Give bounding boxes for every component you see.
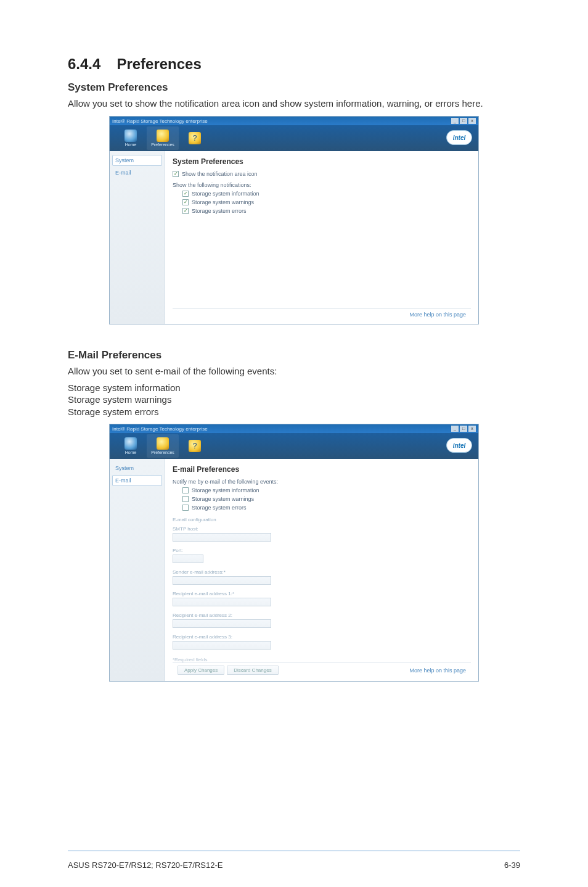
tab-preferences[interactable]: Preferences <box>147 126 179 150</box>
window-title: Intel® Rapid Storage Technology enterpri… <box>112 426 208 432</box>
intel-logo: intel <box>446 130 472 145</box>
tab-preferences[interactable]: Preferences <box>147 434 179 458</box>
event-line-2: Storage system warnings <box>68 394 520 406</box>
window-buttons: _ □ x <box>451 118 476 124</box>
pane-title: E-mail Preferences <box>173 465 471 474</box>
checkbox-show-icon[interactable]: Show the notification area icon <box>173 171 471 177</box>
email-preferences-heading: E-Mail Preferences <box>68 349 520 361</box>
checkbox-icon <box>182 496 189 502</box>
field-label: SMTP host: <box>173 526 471 532</box>
help-icon: ? <box>189 440 201 452</box>
checkbox-errors[interactable]: Storage system errors <box>182 505 471 511</box>
maximize-button[interactable]: □ <box>460 118 467 124</box>
app-body: System E-mail System Preferences Show th… <box>110 151 478 324</box>
minimize-button[interactable]: _ <box>451 426 459 432</box>
checkbox-info[interactable]: Storage system information <box>182 487 471 493</box>
sender-input[interactable] <box>173 576 271 585</box>
close-button[interactable]: x <box>468 118 476 124</box>
event-line-1: Storage system information <box>68 382 520 394</box>
system-preferences-description: Allow you set to show the notification a… <box>68 97 520 110</box>
checkbox-warnings[interactable]: Storage system warnings <box>182 496 471 502</box>
tab-preferences-label: Preferences <box>151 142 174 147</box>
checkbox-label: Storage system warnings <box>192 199 254 205</box>
section-heading: 6.4.4Preferences <box>68 56 520 73</box>
checkbox-warnings[interactable]: Storage system warnings <box>182 199 471 205</box>
sidebar-item-system[interactable]: System <box>112 463 162 474</box>
sidebar-item-label: System <box>115 465 134 471</box>
event-line-3: Storage system errors <box>68 406 520 418</box>
window-buttons: _ □ x <box>451 426 476 432</box>
field-recipient-1: Recipient e-mail address 1:* <box>173 591 471 606</box>
tab-help[interactable]: ? <box>179 434 211 458</box>
sidebar: System E-mail <box>110 459 165 681</box>
system-preferences-heading: System Preferences <box>68 81 520 94</box>
recipient3-input[interactable] <box>173 641 271 650</box>
footer-page-number: 6-39 <box>504 860 520 870</box>
footer-product: ASUS RS720-E7/RS12; RS720-E7/RS12-E <box>68 860 223 870</box>
checkbox-label: Storage system information <box>192 487 259 493</box>
home-icon <box>125 130 137 142</box>
screenshot-email-preferences: Intel® Rapid Storage Technology enterpri… <box>68 424 520 682</box>
toolbar: Home Preferences ? intel <box>110 433 478 459</box>
sidebar: System E-mail <box>110 151 165 324</box>
checkbox-icon <box>182 208 189 214</box>
sidebar-item-label: E-mail <box>115 477 131 484</box>
sidebar-item-email[interactable]: E-mail <box>112 475 162 486</box>
window-title: Intel® Rapid Storage Technology enterpri… <box>112 118 208 124</box>
footer-bar: Apply Changes Discard Changes More help … <box>173 662 471 677</box>
email-config-label: E-mail configuration <box>173 517 471 522</box>
maximize-button[interactable]: □ <box>460 426 467 432</box>
sidebar-item-system[interactable]: System <box>112 155 162 166</box>
content-pane: System Preferences Show the notification… <box>165 151 478 324</box>
checkbox-label: Storage system errors <box>192 208 247 214</box>
required-fields-note: *Required fields <box>173 657 471 662</box>
section-number: 6.4.4 <box>68 56 100 72</box>
checkbox-icon <box>173 171 179 177</box>
checkbox-errors[interactable]: Storage system errors <box>182 208 471 214</box>
field-port: Port: <box>173 548 471 563</box>
app-window: Intel® Rapid Storage Technology enterpri… <box>109 424 479 682</box>
checkbox-info[interactable]: Storage system information <box>182 191 471 197</box>
minimize-button[interactable]: _ <box>451 118 459 124</box>
field-label: Port: <box>173 548 471 553</box>
app-window: Intel® Rapid Storage Technology enterpri… <box>109 116 479 324</box>
more-help-link[interactable]: More help on this page <box>409 311 466 318</box>
tab-home-label: Home <box>125 142 137 147</box>
help-icon: ? <box>189 132 201 144</box>
screenshot-system-preferences: Intel® Rapid Storage Technology enterpri… <box>68 116 520 324</box>
title-bar: Intel® Rapid Storage Technology enterpri… <box>110 117 478 125</box>
pane-title: System Preferences <box>173 157 471 166</box>
footer-rule <box>68 851 520 851</box>
sidebar-item-email[interactable]: E-mail <box>112 167 162 178</box>
port-input[interactable] <box>173 555 203 563</box>
checkbox-icon <box>182 199 189 205</box>
show-following-label: Show the following notifications: <box>173 182 471 188</box>
tab-home[interactable]: Home <box>115 434 147 458</box>
field-label: Recipient e-mail address 3: <box>173 634 471 640</box>
page-footer: ASUS RS720-E7/RS12; RS720-E7/RS12-E 6-39 <box>68 860 520 870</box>
recipient1-input[interactable] <box>173 598 271 606</box>
footer-buttons: Apply Changes Discard Changes <box>178 666 279 675</box>
apply-changes-button[interactable]: Apply Changes <box>178 666 224 675</box>
recipient2-input[interactable] <box>173 619 271 628</box>
smtp-host-input[interactable] <box>173 533 271 542</box>
more-help-link[interactable]: More help on this page <box>409 667 466 674</box>
field-smtp-host: SMTP host: <box>173 526 471 542</box>
home-icon <box>125 437 137 450</box>
tab-home[interactable]: Home <box>115 126 147 150</box>
field-label: Recipient e-mail address 2: <box>173 613 471 618</box>
content-pane: E-mail Preferences Notify me by e-mail o… <box>165 459 478 681</box>
checkbox-label: Storage system errors <box>192 505 247 511</box>
discard-changes-button[interactable]: Discard Changes <box>227 666 278 675</box>
close-button[interactable]: x <box>468 426 476 432</box>
email-preferences-description: Allow you set to sent e-mail of the foll… <box>68 365 520 377</box>
tab-home-label: Home <box>125 450 137 455</box>
field-recipient-3: Recipient e-mail address 3: <box>173 634 471 650</box>
field-recipient-2: Recipient e-mail address 2: <box>173 613 471 628</box>
preferences-icon <box>157 437 169 450</box>
tab-help[interactable]: ? <box>179 126 211 150</box>
field-label: Recipient e-mail address 1:* <box>173 591 471 596</box>
intel-logo: intel <box>446 438 472 453</box>
notify-label: Notify me by e-mail of the following eve… <box>173 479 471 485</box>
field-label: Sender e-mail address:* <box>173 569 471 575</box>
